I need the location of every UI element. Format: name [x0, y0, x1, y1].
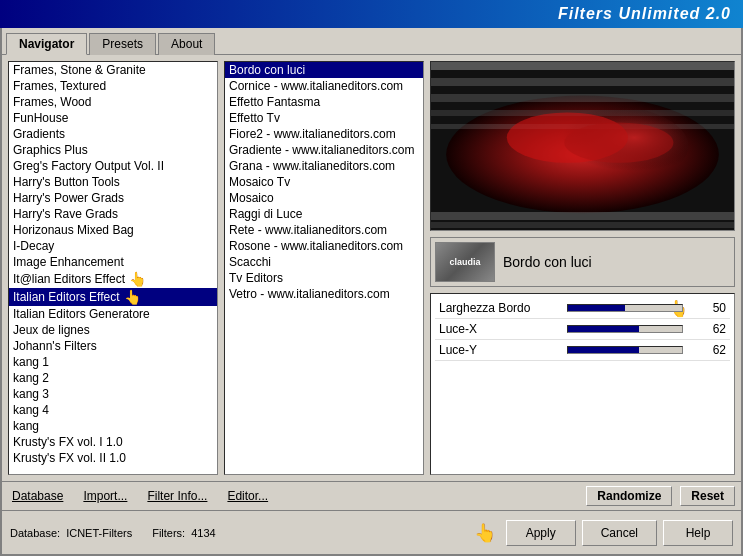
param-slider[interactable] — [567, 304, 683, 312]
nav-item[interactable]: Krusty's FX vol. I 1.0 — [9, 434, 217, 450]
app-title: Filters Unlimited 2.0 — [558, 5, 731, 23]
import-button[interactable]: Import... — [79, 487, 131, 505]
svg-rect-4 — [431, 94, 734, 102]
effect-item[interactable]: Scacchi — [225, 254, 423, 270]
param-row: 👆Larghezza Bordo50 — [435, 298, 730, 319]
svg-rect-3 — [431, 78, 734, 86]
nav-item[interactable]: kang — [9, 418, 217, 434]
nav-item[interactable]: Johann's Filters — [9, 338, 217, 354]
nav-item[interactable]: Harry's Button Tools — [9, 174, 217, 190]
effect-item[interactable]: Vetro - www.italianeditors.com — [225, 286, 423, 302]
params-panel: 👆Larghezza Bordo50Luce-X62Luce-Y62 — [430, 293, 735, 475]
filter-info-button[interactable]: Filter Info... — [143, 487, 211, 505]
randomize-button[interactable]: Randomize — [586, 486, 672, 506]
param-slider[interactable] — [567, 325, 683, 333]
nav-item[interactable]: kang 1 — [9, 354, 217, 370]
param-row: Luce-Y62 — [435, 340, 730, 361]
svg-rect-8 — [431, 222, 734, 228]
nav-item[interactable]: Italian Editors Effect👆 — [9, 288, 217, 306]
nav-item[interactable]: Frames, Wood — [9, 94, 217, 110]
tab-bar: Navigator Presets About — [2, 28, 741, 55]
nav-item[interactable]: Greg's Factory Output Vol. II — [9, 158, 217, 174]
effect-thumbnail: claudia — [435, 242, 495, 282]
hand-icon: 👆 — [129, 271, 146, 287]
param-label: Luce-Y — [439, 343, 559, 357]
title-bar: Filters Unlimited 2.0 — [0, 0, 743, 28]
action-buttons: 👆 Apply Cancel Help — [474, 520, 733, 546]
param-value: 62 — [691, 343, 726, 357]
help-button[interactable]: Help — [663, 520, 733, 546]
effect-item[interactable]: Gradiente - www.italianeditors.com — [225, 142, 423, 158]
nav-item[interactable]: Frames, Stone & Granite — [9, 62, 217, 78]
param-label: Larghezza Bordo — [439, 301, 559, 315]
bottom-toolbar: Database Import... Filter Info... Editor… — [2, 481, 741, 510]
effect-item[interactable]: Grana - www.italianeditors.com — [225, 158, 423, 174]
apply-button[interactable]: Apply — [506, 520, 576, 546]
nav-item[interactable]: Image Enhancement — [9, 254, 217, 270]
effect-item[interactable]: Raggi di Luce — [225, 206, 423, 222]
tab-presets[interactable]: Presets — [89, 33, 156, 55]
svg-rect-7 — [431, 212, 734, 220]
effect-item[interactable]: Tv Editors — [225, 270, 423, 286]
effect-item[interactable]: Rete - www.italianeditors.com — [225, 222, 423, 238]
effect-name-display: Bordo con luci — [503, 254, 592, 270]
effect-item[interactable]: Mosaico — [225, 190, 423, 206]
nav-item[interactable]: kang 2 — [9, 370, 217, 386]
nav-item[interactable]: Italian Editors Generatore — [9, 306, 217, 322]
nav-item[interactable]: kang 3 — [9, 386, 217, 402]
filters-value: 4134 — [191, 527, 215, 539]
param-label: Luce-X — [439, 322, 559, 336]
filters-label: Filters: — [152, 527, 185, 539]
database-status: Database: ICNET-Filters — [10, 527, 132, 539]
effect-item[interactable]: Effetto Tv — [225, 110, 423, 126]
database-button[interactable]: Database — [8, 487, 67, 505]
nav-item[interactable]: Horizonaus Mixed Bag — [9, 222, 217, 238]
nav-item[interactable]: kang 4 — [9, 402, 217, 418]
tab-navigator[interactable]: Navigator — [6, 33, 87, 55]
nav-item[interactable]: Graphics Plus — [9, 142, 217, 158]
apply-hand-icon: 👆 — [474, 522, 496, 544]
cancel-button[interactable]: Cancel — [582, 520, 657, 546]
filters-status: Filters: 4134 — [152, 527, 215, 539]
param-row: Luce-X62 — [435, 319, 730, 340]
nav-item[interactable]: Harry's Power Grads — [9, 190, 217, 206]
reset-button[interactable]: Reset — [680, 486, 735, 506]
preview-image — [430, 61, 735, 231]
preview-svg — [431, 62, 734, 230]
param-slider[interactable] — [567, 346, 683, 354]
effect-item[interactable]: Fiore2 - www.italianeditors.com — [225, 126, 423, 142]
nav-item[interactable]: Harry's Rave Grads — [9, 206, 217, 222]
effect-item[interactable]: Effetto Fantasma — [225, 94, 423, 110]
nav-item[interactable]: It@lian Editors Effect👆 — [9, 270, 217, 288]
nav-item[interactable]: Frames, Textured — [9, 78, 217, 94]
main-window: Navigator Presets About Frames, Stone & … — [0, 28, 743, 556]
tab-about[interactable]: About — [158, 33, 215, 55]
param-value: 62 — [691, 322, 726, 336]
param-value: 50 — [691, 301, 726, 315]
effect-item[interactable]: Bordo con luci — [225, 62, 423, 78]
database-label: Database: — [10, 527, 60, 539]
svg-point-11 — [564, 122, 673, 162]
effect-item[interactable]: Mosaico Tv — [225, 174, 423, 190]
nav-item[interactable]: Jeux de lignes — [9, 322, 217, 338]
content-area: Frames, Stone & GraniteFrames, TexturedF… — [2, 55, 741, 481]
right-panel: claudia Bordo con luci 👆Larghezza Bordo5… — [430, 61, 735, 475]
editor-button[interactable]: Editor... — [223, 487, 272, 505]
effect-item[interactable]: Cornice - www.italianeditors.com — [225, 78, 423, 94]
thumb-name-row: claudia Bordo con luci — [430, 237, 735, 287]
navigator-panel[interactable]: Frames, Stone & GraniteFrames, TexturedF… — [8, 61, 218, 475]
nav-item[interactable]: Krusty's FX vol. II 1.0 — [9, 450, 217, 466]
thumbnail-art: claudia — [436, 243, 494, 281]
nav-item[interactable]: Gradients — [9, 126, 217, 142]
svg-rect-2 — [431, 62, 734, 70]
effect-item[interactable]: Rosone - www.italianeditors.com — [225, 238, 423, 254]
status-bar: Database: ICNET-Filters Filters: 4134 👆 … — [2, 510, 741, 554]
hand-icon: 👆 — [124, 289, 141, 305]
database-value: ICNET-Filters — [66, 527, 132, 539]
effects-panel[interactable]: Bordo con luciCornice - www.italianedito… — [224, 61, 424, 475]
nav-item[interactable]: I-Decay — [9, 238, 217, 254]
nav-item[interactable]: FunHouse — [9, 110, 217, 126]
